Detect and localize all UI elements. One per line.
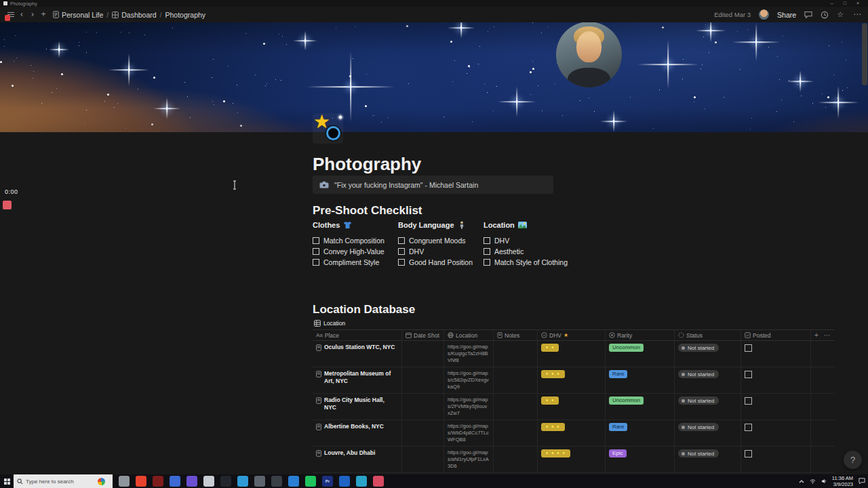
cell-rarity[interactable]: Rare bbox=[606, 367, 675, 393]
todo-item[interactable]: DHV bbox=[398, 246, 484, 257]
view-tab-location[interactable]: Location bbox=[313, 320, 348, 328]
taskbar-app-icon[interactable] bbox=[254, 476, 265, 487]
todo-item[interactable]: Congruent Moods bbox=[398, 235, 484, 246]
status-badge[interactable]: Not started bbox=[678, 449, 719, 458]
volume-icon[interactable] bbox=[821, 479, 827, 484]
new-page-icon[interactable]: + bbox=[38, 7, 49, 22]
taskbar-app-icon[interactable] bbox=[305, 476, 316, 487]
cell-status[interactable]: Not started bbox=[675, 341, 741, 367]
recording-indicator[interactable] bbox=[3, 201, 12, 209]
todo-item[interactable]: DHV bbox=[484, 235, 585, 246]
taskbar-app-icon[interactable]: Pr bbox=[322, 476, 333, 487]
todo-checkbox[interactable] bbox=[398, 259, 405, 266]
close-button[interactable]: × bbox=[856, 0, 859, 7]
cell-location[interactable]: https://goo.gl/maps/aNi1ryUfpF1LxA3D6 bbox=[444, 447, 494, 472]
posted-checkbox[interactable] bbox=[745, 397, 752, 405]
cell-dhv[interactable]: ★★ bbox=[538, 341, 606, 367]
taskbar-app-icon[interactable] bbox=[170, 476, 180, 487]
cell-date[interactable] bbox=[402, 447, 444, 472]
comments-icon[interactable] bbox=[804, 11, 812, 19]
cell-dhv[interactable]: ★★★ bbox=[538, 420, 606, 446]
cell-status[interactable]: Not started bbox=[675, 420, 741, 446]
table-options-icon[interactable]: ⋯ bbox=[824, 331, 831, 339]
taskbar-clock[interactable]: 11:36 AM 3/9/2023 bbox=[832, 475, 853, 487]
rarity-badge[interactable]: Epic bbox=[609, 449, 627, 458]
cell-place[interactable]: Oculus Station WTC, NYC bbox=[313, 341, 402, 367]
taskbar-app-icon[interactable] bbox=[288, 476, 299, 487]
header-date-shot[interactable]: Date Shot bbox=[402, 330, 444, 340]
more-options-icon[interactable]: ⋯ bbox=[852, 7, 863, 22]
cell-notes[interactable] bbox=[494, 341, 538, 367]
cell-rarity[interactable]: Uncommon bbox=[606, 394, 675, 420]
history-clock-icon[interactable] bbox=[821, 11, 829, 19]
todo-item[interactable]: Good Hand Position bbox=[398, 257, 484, 268]
cell-notes[interactable] bbox=[494, 367, 538, 393]
chevron-up-icon[interactable] bbox=[799, 479, 804, 484]
cell-dhv[interactable]: ★★ bbox=[538, 394, 606, 420]
maximize-button[interactable]: □ bbox=[844, 0, 846, 7]
todo-item[interactable]: Match Composition bbox=[313, 235, 398, 246]
taskbar-app-icon[interactable] bbox=[220, 476, 231, 487]
header-dhv[interactable]: DHV★ bbox=[538, 330, 606, 340]
taskbar-app-icon[interactable] bbox=[153, 476, 163, 487]
cell-dhv[interactable]: ★★★★ bbox=[538, 447, 606, 472]
header-location[interactable]: Location bbox=[444, 330, 494, 340]
quote-callout[interactable]: "Fix your fucking Instagram" - Michael S… bbox=[313, 176, 553, 194]
page-title[interactable]: Photography bbox=[313, 154, 421, 175]
todo-checkbox[interactable] bbox=[313, 248, 319, 255]
header-notes[interactable]: Notes bbox=[494, 330, 538, 340]
todo-checkbox[interactable] bbox=[484, 259, 490, 266]
cell-notes[interactable] bbox=[494, 447, 538, 472]
forward-icon[interactable]: › bbox=[27, 7, 38, 22]
start-button[interactable] bbox=[0, 474, 14, 488]
cell-notes[interactable] bbox=[494, 420, 538, 446]
notification-center-icon[interactable] bbox=[859, 478, 865, 485]
todo-checkbox[interactable] bbox=[313, 259, 319, 266]
location-link[interactable]: https://goo.gl/maps/aNi1ryUfpF1LxA3D6 bbox=[448, 449, 490, 470]
cell-location[interactable]: https://goo.gl/maps/c582qvZDXexgvkaQ9 bbox=[444, 367, 494, 393]
header-rarity[interactable]: Rarity bbox=[606, 330, 675, 340]
cell-location[interactable]: https://goo.gl/maps/KuqtgcTa2zH8BVNf8 bbox=[444, 341, 494, 367]
cell-location[interactable]: https://goo.gl/maps/WbD4p8Cc7TLcWFQB8 bbox=[444, 420, 494, 446]
search-highlights-icon[interactable] bbox=[98, 478, 105, 485]
todo-checkbox[interactable] bbox=[398, 237, 405, 244]
cell-posted[interactable] bbox=[741, 367, 811, 393]
todo-checkbox[interactable] bbox=[398, 248, 405, 255]
breadcrumb-item-current[interactable]: Photography bbox=[165, 11, 206, 19]
todo-checkbox[interactable] bbox=[313, 237, 319, 244]
cell-posted[interactable] bbox=[741, 420, 811, 446]
posted-checkbox[interactable] bbox=[745, 371, 752, 378]
cell-place[interactable]: Radio City Music Hall, NYC bbox=[313, 394, 402, 420]
header-status[interactable]: Status bbox=[675, 330, 741, 340]
cell-date[interactable] bbox=[402, 341, 444, 367]
dhv-stars-badge[interactable]: ★★★ bbox=[541, 370, 565, 378]
cell-rarity[interactable]: Epic bbox=[606, 447, 675, 472]
rarity-badge[interactable]: Rare bbox=[609, 370, 627, 378]
back-icon[interactable]: ‹ bbox=[16, 7, 27, 22]
cell-place[interactable]: Louvre, Abu Dhabi bbox=[313, 447, 402, 472]
taskbar-app-icon[interactable] bbox=[136, 476, 146, 487]
taskbar-search[interactable] bbox=[14, 474, 113, 488]
cell-rarity[interactable]: Rare bbox=[606, 420, 675, 446]
taskbar-app-icon[interactable] bbox=[203, 476, 214, 487]
cell-date[interactable] bbox=[402, 367, 444, 393]
cell-status[interactable]: Not started bbox=[675, 367, 741, 393]
dhv-stars-badge[interactable]: ★★★★ bbox=[541, 449, 570, 458]
cell-status[interactable]: Not started bbox=[675, 394, 741, 420]
breadcrumb-item[interactable]: Dashboard bbox=[112, 11, 156, 19]
search-input[interactable] bbox=[26, 479, 95, 485]
cell-notes[interactable] bbox=[494, 394, 538, 420]
scrollbar-thumb[interactable] bbox=[862, 23, 867, 85]
rarity-badge[interactable]: Rare bbox=[609, 423, 627, 431]
todo-checkbox[interactable] bbox=[484, 237, 490, 244]
posted-checkbox[interactable] bbox=[745, 424, 752, 431]
status-badge[interactable]: Not started bbox=[678, 396, 719, 405]
header-place[interactable]: AaPlace bbox=[313, 330, 402, 340]
cell-rarity[interactable]: Uncommon bbox=[606, 341, 675, 367]
favorite-star-icon[interactable]: ☆ bbox=[837, 10, 844, 19]
dhv-stars-badge[interactable]: ★★★ bbox=[541, 423, 565, 431]
dhv-stars-badge[interactable]: ★★ bbox=[541, 396, 559, 405]
share-button[interactable]: Share bbox=[777, 11, 796, 19]
status-badge[interactable]: Not started bbox=[678, 344, 719, 352]
cell-location[interactable]: https://goo.gl/maps/2FVMtkySj9ouvxZw7 bbox=[444, 394, 494, 420]
